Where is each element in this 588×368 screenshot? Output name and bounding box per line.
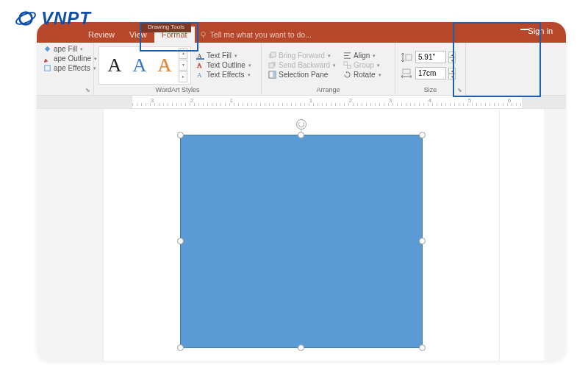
- group-label-wordart: WordArt Styles: [98, 86, 257, 94]
- group-wordart-styles: A A A ▴▾▸ A Text Fill▾ A Text Outline▾: [94, 43, 262, 95]
- rotate-button[interactable]: Rotate▾: [341, 70, 383, 79]
- svg-rect-4: [45, 66, 50, 71]
- resize-handle-s[interactable]: [298, 344, 304, 351]
- wordart-gallery[interactable]: A A A ▴▾▸: [98, 46, 191, 85]
- align-label: Align: [354, 52, 370, 60]
- send-backward-icon: [268, 61, 276, 69]
- tell-me-placeholder: Tell me what you want to do...: [210, 30, 312, 39]
- width-spinner[interactable]: ▴▾: [400, 67, 456, 80]
- shape-outline-button[interactable]: ape Outline▾: [41, 54, 99, 63]
- selected-rectangle-shape[interactable]: [180, 135, 423, 348]
- resize-handle-ne[interactable]: [419, 132, 426, 138]
- pen-icon: [43, 54, 51, 63]
- shape-fill-button[interactable]: ape Fill▾: [41, 44, 85, 54]
- wordart-sample-1[interactable]: A: [102, 54, 127, 77]
- text-fill-icon: A: [196, 52, 204, 60]
- bring-forward-label: Bring Forward: [279, 52, 325, 60]
- svg-rect-10: [271, 52, 276, 57]
- group-label-shape: ⬊: [41, 86, 89, 94]
- svg-rect-6: [196, 58, 204, 60]
- align-icon: [343, 52, 351, 60]
- svg-text:A: A: [197, 62, 202, 69]
- resize-handle-se[interactable]: [419, 344, 426, 351]
- contextual-tab-label: Drawing Tools: [141, 22, 191, 32]
- height-spinner[interactable]: ▴▾: [400, 51, 456, 64]
- rotate-icon: [343, 71, 351, 79]
- shape-effects-button[interactable]: ape Effects▾: [41, 63, 98, 73]
- group-objects-label: Group: [354, 61, 374, 69]
- text-fill-button[interactable]: A Text Fill▾: [194, 51, 254, 60]
- group-button[interactable]: Group▾: [341, 60, 383, 70]
- svg-text:A: A: [197, 71, 202, 79]
- text-outline-button[interactable]: A Text Outline▾: [194, 60, 254, 70]
- wordart-sample-3[interactable]: A: [152, 54, 177, 77]
- horizontal-ruler: 321123456: [37, 96, 566, 109]
- powerpoint-window: Drawing Tools Review View Format Tell me…: [37, 22, 566, 361]
- svg-rect-12: [269, 63, 273, 68]
- text-effects-button[interactable]: A Text Effects▾: [194, 70, 254, 79]
- align-button[interactable]: Align▾: [341, 51, 383, 60]
- vnpt-logo-icon: [15, 7, 37, 29]
- bring-forward-button[interactable]: Bring Forward▾: [266, 51, 338, 60]
- shape-fill-label: ape Fill: [54, 45, 77, 53]
- text-fill-label: Text Fill: [207, 52, 232, 60]
- rotate-label: Rotate: [354, 71, 375, 79]
- svg-point-2: [201, 32, 205, 36]
- bucket-icon: [43, 45, 51, 53]
- group-size: ▴▾ ▴▾ Size⬊: [395, 43, 466, 95]
- resize-handle-w[interactable]: [177, 238, 184, 244]
- text-outline-label: Text Outline: [207, 61, 245, 69]
- group-shape-styles-partial: ape Fill▾ ape Outline▾ ape Effects▾ ⬊: [37, 43, 94, 95]
- group-arrange: Bring Forward▾ Send Backward▾ Selection …: [262, 43, 395, 95]
- sign-in-link[interactable]: Sign in: [528, 26, 553, 35]
- svg-rect-19: [348, 66, 351, 69]
- width-stepper[interactable]: ▴▾: [448, 68, 456, 79]
- shape-effects-label: ape Effects: [54, 64, 90, 72]
- svg-rect-21: [406, 54, 412, 60]
- gallery-spinner[interactable]: ▴▾▸: [179, 48, 187, 82]
- ribbon: ape Fill▾ ape Outline▾ ape Effects▾ ⬊ A …: [37, 43, 566, 96]
- title-tabs-bar: Drawing Tools Review View Format Tell me…: [37, 22, 566, 43]
- selection-pane-icon: [268, 71, 276, 79]
- height-input[interactable]: [415, 51, 446, 63]
- width-icon: [401, 68, 412, 79]
- text-effects-icon: A: [196, 71, 204, 79]
- text-effects-label: Text Effects: [207, 71, 245, 79]
- width-input[interactable]: [415, 67, 446, 79]
- resize-handle-sw[interactable]: [177, 344, 184, 351]
- height-stepper[interactable]: ▴▾: [448, 52, 456, 63]
- selection-pane-label: Selection Pane: [279, 71, 328, 79]
- send-backward-button[interactable]: Send Backward▾: [266, 60, 338, 70]
- effects-icon: [43, 64, 51, 72]
- group-icon: [343, 61, 351, 69]
- lightbulb-icon: [199, 31, 207, 39]
- svg-rect-23: [403, 69, 410, 74]
- shape-outline-label: ape Outline: [54, 54, 91, 63]
- resize-handle-n[interactable]: [298, 132, 304, 138]
- bring-forward-icon: [268, 52, 276, 60]
- text-outline-icon: A: [196, 61, 204, 69]
- resize-handle-nw[interactable]: [177, 132, 184, 138]
- send-backward-label: Send Backward: [279, 61, 330, 69]
- selection-pane-button[interactable]: Selection Pane: [266, 70, 338, 79]
- watermark-text: VNPT: [41, 8, 91, 29]
- slide-page[interactable]: [103, 109, 500, 361]
- vnpt-watermark: VNPT: [15, 7, 91, 29]
- svg-rect-18: [344, 62, 348, 66]
- tell-me-search[interactable]: Tell me what you want to do...: [195, 26, 316, 43]
- group-label-arrange: Arrange: [266, 86, 390, 94]
- group-label-size: Size⬊: [400, 86, 461, 94]
- rotation-handle[interactable]: [296, 119, 306, 130]
- svg-rect-14: [273, 71, 276, 78]
- slide-canvas-area: [37, 109, 566, 361]
- wordart-sample-2[interactable]: A: [127, 54, 152, 77]
- resize-handle-e[interactable]: [419, 238, 426, 244]
- height-icon: [401, 52, 412, 63]
